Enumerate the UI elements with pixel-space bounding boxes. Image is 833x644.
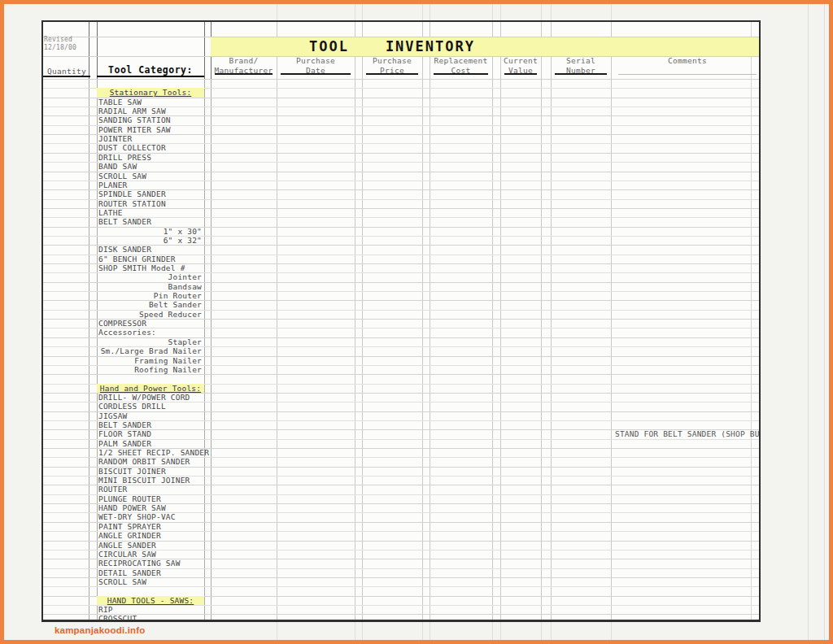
table-row: SANDING STATION [41,115,761,124]
section-row: Stationary Tools: [41,88,761,97]
inventory-sheet: Revised 12/18/00 TOOL INVENTORY Quantity… [41,20,761,622]
column-header-line2: Number [551,66,611,76]
tool-category-cell: PLANER [97,181,204,189]
column-header: PurchasePrice [362,56,422,75]
tool-category-cell: JIGSAW [97,411,204,420]
table-row: COMPRESSOR [41,319,761,328]
column-header-line2: Cost [430,66,492,76]
tool-category-cell: Speed Reducer [97,310,204,319]
table-row: Pin Router [41,291,761,300]
table-row: RECIPROCATING SAW [41,559,761,568]
table-row: JIGSAW [41,411,761,420]
tool-category-cell: Accessories: [97,328,204,337]
column-header-line2: Value [500,66,541,76]
table-border-right [759,20,761,622]
tool-category-cell: POWER MITER SAW [97,125,204,134]
table-row: BISCUIT JOINER [41,467,761,476]
tool-category-cell: PAINT SPRAYER [97,522,204,531]
tool-category-cell: Belt Sander [97,300,204,309]
table-border-left [41,20,43,622]
table-row: RADIAL ARM SAW [41,107,761,115]
section-label: HAND TOOLS - SAWS: [97,596,204,605]
tool-category-cell: Jointer [97,272,204,281]
tool-category-cell: Sm./Large Brad Nailer [97,346,204,355]
table-row [41,586,761,595]
tool-category-cell: RIP [97,605,204,614]
table-row: 1" x 30" [41,227,761,236]
table-row: ROUTER STATION [41,199,761,208]
tool-category-cell: PALM SANDER [97,439,204,448]
column-header: PurchaseDate [277,56,355,75]
column-header-line1: Comments [614,56,761,66]
page-title: TOOL INVENTORY [309,37,475,55]
tool-category-cell: SPINDLE SANDER [97,189,204,198]
table-row: HAND POWER SAW [41,503,761,512]
table-row: 6" BENCH GRINDER [41,255,761,263]
tool-category-cell: BISCUIT JOINER [97,467,204,476]
tool-category-cell: RADIAL ARM SAW [97,107,204,115]
table-row: PLANER [41,181,761,189]
table-row: ANGLE SANDER [41,541,761,550]
tool-category-cell: COMPRESSOR [97,319,204,328]
table-row: ROUTER [41,485,761,494]
tool-category-cell: ROUTER [97,485,204,494]
tool-category-cell: DISK SANDER [97,245,204,254]
table-row: PAINT SPRAYER [41,522,761,531]
table-row: DISK SANDER [41,245,761,254]
tool-category-cell: MINI BISCUIT JOINER [97,476,204,485]
table-row: PALM SANDER [41,439,761,448]
column-header-line1: Current [500,56,541,66]
tool-category-cell: ROUTER STATION [97,199,204,208]
tool-category-cell: Bandsaw [97,282,204,291]
tool-category-cell: 6" x 32" [97,236,204,245]
column-header-line1: Serial [551,56,611,66]
table-row: POWER MITER SAW [41,125,761,134]
table-row: FLOOR STANDSTAND FOR BELT SANDER (SHOP B… [41,429,761,438]
table-row: WET-DRY SHOP-VAC [41,512,761,521]
table-row: DRILL PRESS [41,153,761,162]
revised-date: 12/18/00 [44,44,89,52]
section-row: Hand and Power Tools: [41,384,761,393]
table-row: PLUNGE ROUTER [41,494,761,503]
table-row: Speed Reducer [41,310,761,319]
table-row [41,79,761,88]
table-row: SCROLL SAW [41,577,761,586]
tool-category-cell: Framing Nailer [97,356,204,365]
tool-category-cell: 6" BENCH GRINDER [97,255,204,263]
tool-category-cell: Roofing Nailer [97,365,204,374]
table-row: LATHE [41,208,761,217]
section-label: Hand and Power Tools: [97,384,204,393]
document-page: Revised 12/18/00 TOOL INVENTORY Quantity… [0,0,833,644]
table-row: Roofing Nailer [41,365,761,374]
tool-category-cell: DUST COLLECTOR [97,143,204,152]
column-header-line2: Price [362,66,422,76]
column-header-line2: Date [277,66,355,76]
tool-category-cell: SHOP SMITH Model # [97,263,204,272]
revised-label: Revised [44,36,89,44]
column-header-line1: Purchase [362,56,422,66]
table-row: SHOP SMITH Model # [41,263,761,272]
table-row: BELT SANDER [41,420,761,429]
tool-category-cell: Stapler [97,337,204,346]
tool-category-cell: Pin Router [97,291,204,300]
tool-category-cell: RECIPROCATING SAW [97,559,204,568]
table-row: SPINDLE SANDER [41,189,761,198]
tool-category-cell: ANGLE SANDER [97,541,204,550]
table-row [41,374,761,383]
tool-category-cell: TABLE SAW [97,98,204,107]
table-row: Stapler [41,337,761,346]
table-row: 1/2 SHEET RECIP. SANDER [41,448,761,457]
tool-category-cell: LATHE [97,208,204,217]
table-row: MINI BISCUIT JOINER [41,476,761,485]
tool-category-cell: BELT SANDER [97,420,204,429]
table-row: Sm./Large Brad Nailer [41,346,761,355]
column-header: ReplacementCost [430,56,492,75]
column-header-line1: Brand/ [211,56,277,66]
tool-category-cell: BELT SANDER [97,217,204,226]
column-header-line1: Purchase [277,56,355,66]
table-row: BELT SANDER [41,217,761,226]
tool-category-cell: SCROLL SAW [97,577,204,586]
title-word-inventory: INVENTORY [386,38,475,54]
tool-category-cell: SANDING STATION [97,115,204,124]
column-header: Brand/Manufacturer [211,56,277,75]
